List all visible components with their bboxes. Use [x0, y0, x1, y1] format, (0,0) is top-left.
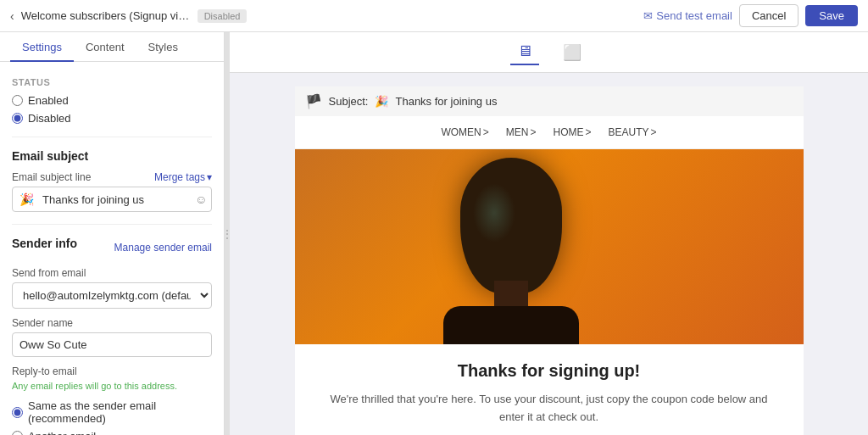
subject-bar: 🏴 Subject: 🎉 Thanks for joining us	[295, 86, 804, 116]
reply-another-label: Another email	[28, 430, 96, 435]
flag-icon: 🏴	[305, 93, 322, 109]
divider-2	[12, 224, 212, 225]
reply-to-hint: Any email replies will go to this addres…	[12, 381, 212, 391]
tab-content[interactable]: Content	[74, 32, 136, 62]
topbar: ‹ Welcome subscribers (Signup via pop...…	[0, 0, 868, 32]
subject-line-label: Email subject line	[12, 171, 91, 183]
reply-to-label: Reply-to email	[12, 365, 77, 377]
send-from-select[interactable]: hello@automIzelymktg.com (default)	[12, 282, 212, 309]
divider-1	[12, 137, 212, 137]
send-from-label-row: Send from email	[12, 267, 212, 279]
disabled-option[interactable]: Disabled	[12, 112, 212, 125]
subject-input[interactable]	[39, 188, 188, 211]
desktop-view-button[interactable]: 🖥	[510, 39, 539, 65]
sender-info-header: Sender info Manage sender email	[12, 237, 212, 259]
subject-line-label-row: Email subject line Merge tags ▾	[12, 171, 212, 183]
left-panel: Settings Content Styles STATUS Enabled D…	[0, 32, 225, 435]
manage-sender-link[interactable]: Manage sender email	[114, 242, 212, 254]
person-head	[460, 158, 562, 293]
settings-panel: STATUS Enabled Disabled Email subject Em…	[0, 62, 224, 435]
email-body: WOMEN MEN HOME BEAUTY	[295, 116, 804, 435]
merge-tags-link[interactable]: Merge tags ▾	[154, 171, 212, 183]
save-button[interactable]: Save	[805, 5, 858, 26]
email-nav: WOMEN MEN HOME BEAUTY	[295, 116, 804, 149]
reply-to-label-row: Reply-to email	[12, 365, 212, 377]
desktop-icon: 🖥	[517, 42, 532, 59]
reply-same-option[interactable]: Same as the sender email (recommended)	[12, 399, 212, 425]
subject-input-group: 🎉 ☺	[12, 187, 212, 212]
topbar-right: ✉ Send test email Cancel Save	[643, 4, 858, 27]
cancel-button[interactable]: Cancel	[739, 4, 798, 27]
reply-to-radio-group: Same as the sender email (recommended) A…	[12, 399, 212, 435]
tab-bar: Settings Content Styles	[0, 32, 224, 62]
emoji-picker-button[interactable]: ☺	[188, 187, 212, 211]
email-preview-area: 🏴 Subject: 🎉 Thanks for joining us WOMEN…	[230, 73, 868, 435]
status-radio-group: Enabled Disabled	[12, 94, 212, 125]
subject-preview-text: Thanks for joining us	[395, 95, 497, 108]
chevron-down-icon: ▾	[207, 171, 212, 183]
device-switcher: 🖥 ⬜	[230, 32, 868, 73]
disabled-radio[interactable]	[12, 113, 23, 124]
nav-men: MEN	[506, 126, 537, 138]
nav-women: WOMEN	[441, 126, 488, 138]
face-highlight	[473, 183, 515, 243]
disabled-label: Disabled	[28, 112, 71, 125]
email-preview: 🏴 Subject: 🎉 Thanks for joining us WOMEN…	[295, 86, 804, 435]
email-heading: Thanks for signing up!	[320, 361, 778, 381]
hero-image	[295, 149, 804, 344]
enabled-option[interactable]: Enabled	[12, 94, 212, 107]
enabled-label: Enabled	[28, 94, 69, 107]
right-panel: 🖥 ⬜ 🏴 Subject: 🎉 Thanks for joining us	[230, 32, 868, 435]
person-figure	[371, 149, 651, 344]
subject-preview-emoji: 🎉	[375, 95, 388, 108]
sender-name-input[interactable]	[12, 332, 212, 357]
back-icon[interactable]: ‹	[10, 9, 14, 23]
topbar-left: ‹ Welcome subscribers (Signup via pop...…	[10, 9, 247, 23]
nav-home: HOME	[553, 126, 591, 138]
send-test-button[interactable]: ✉ Send test email	[643, 9, 732, 22]
email-body-text: We're thrilled that you're here. To use …	[320, 391, 778, 427]
reply-same-radio[interactable]	[12, 407, 23, 418]
reply-same-label: Same as the sender email (recommended)	[28, 399, 212, 425]
status-section-label: STATUS	[12, 77, 212, 87]
enabled-radio[interactable]	[12, 95, 23, 106]
sender-name-label-row: Sender name	[12, 317, 212, 329]
tab-settings[interactable]: Settings	[10, 32, 74, 62]
email-icon: ✉	[643, 9, 653, 22]
sender-name-section: Sender name	[12, 317, 212, 357]
status-badge: Disabled	[198, 9, 248, 23]
tablet-view-button[interactable]: ⬜	[556, 40, 588, 65]
email-content: Thanks for signing up! We're thrilled th…	[295, 344, 804, 435]
main-layout: Settings Content Styles STATUS Enabled D…	[0, 32, 868, 435]
subject-emoji-prefix: 🎉	[13, 187, 39, 211]
subject-prefix: Subject:	[329, 95, 369, 108]
sender-info-title: Sender info	[12, 237, 77, 250]
automation-title: Welcome subscribers (Signup via pop...	[21, 9, 191, 22]
tab-styles[interactable]: Styles	[136, 32, 190, 62]
send-from-label: Send from email	[12, 267, 86, 279]
reply-another-radio[interactable]	[12, 431, 23, 435]
reply-to-section: Reply-to email Any email replies will go…	[12, 365, 212, 391]
person-body	[443, 306, 579, 344]
reply-another-option[interactable]: Another email	[12, 430, 212, 435]
sender-name-label: Sender name	[12, 317, 73, 329]
email-subject-title: Email subject	[12, 149, 212, 163]
nav-beauty: BEAUTY	[609, 126, 657, 138]
tablet-icon: ⬜	[563, 44, 581, 61]
